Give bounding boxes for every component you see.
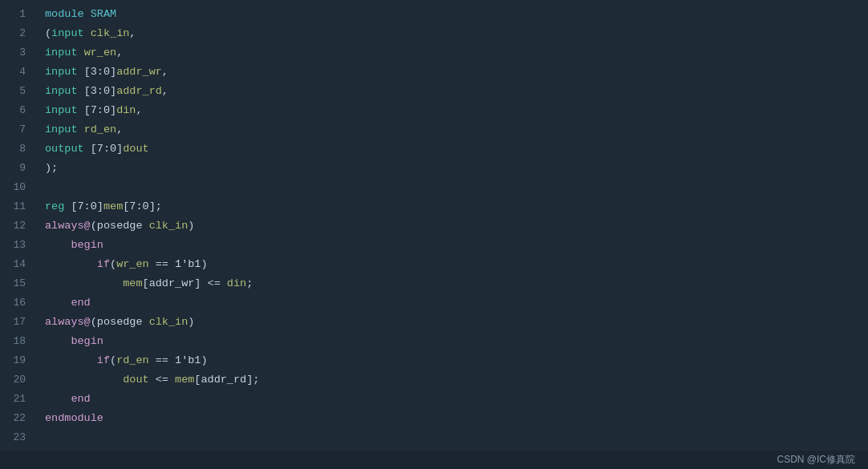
code-line: (input clk_in, (45, 24, 868, 43)
token-signal-rd: rd_en (84, 123, 117, 135)
code-line: always@(posedge clk_in) (45, 313, 868, 332)
token-signal-mem: mem (123, 277, 142, 289)
token-ident (45, 239, 71, 251)
token-ident (45, 258, 97, 270)
code-lines: module SRAM(input clk_in,input wr_en,inp… (34, 3, 868, 447)
token-bracket: [3:0] (84, 66, 117, 78)
token-kw-name: SRAM (91, 8, 116, 20)
token-kw-input: input (45, 46, 78, 59)
code-line: input [3:0]addr_rd, (45, 82, 868, 101)
token-kw-end: end (71, 297, 90, 309)
footer-bar: CSDN @IC修真院 (0, 451, 868, 469)
token-kw-input: input (45, 104, 78, 116)
code-line: reg [7:0]mem[7:0]; (45, 197, 868, 216)
line-number: 6 (0, 101, 26, 120)
line-number: 13 (0, 236, 26, 255)
code-line: end (45, 390, 868, 409)
token-punct: ( (91, 316, 97, 328)
token-punct: ( (91, 220, 97, 232)
code-line: ); (45, 159, 868, 178)
code-line: dout <= mem[addr_rd]; (45, 370, 868, 390)
token-kw-endmodule: endmodule (45, 412, 103, 424)
token-ident (78, 46, 84, 59)
line-number: 15 (0, 274, 26, 293)
code-line: endmodule (45, 409, 868, 428)
token-kw-input: input (45, 85, 78, 97)
token-signal-rd: rd_en (116, 354, 149, 366)
line-number: 8 (0, 139, 26, 159)
token-signal-dout: dout (123, 143, 148, 155)
code-line: if(rd_en == 1'b1) (45, 351, 868, 370)
token-num: 1'b1 (175, 258, 201, 270)
line-number: 4 (0, 63, 26, 82)
line-number: 14 (0, 255, 26, 274)
token-num: 1'b1 (175, 354, 201, 366)
token-ident (45, 277, 123, 289)
token-punct: , (116, 123, 123, 135)
token-punct: ); (45, 162, 58, 174)
code-editor: 1234567891011121314151617181920212223 mo… (0, 0, 868, 469)
token-punct: ( (110, 354, 116, 366)
token-ident (78, 123, 84, 135)
token-kw-if: if (97, 258, 110, 270)
token-op: <= (149, 374, 175, 386)
token-bracket: [addr_rd] (194, 374, 253, 386)
token-signal-wr: wr_en (116, 258, 149, 270)
token-ident: posedge (97, 220, 149, 232)
token-signal-dout: dout (123, 374, 148, 386)
footer-credit: CSDN @IC修真院 (777, 453, 855, 467)
code-line: mem[addr_wr] <= din; (45, 274, 868, 293)
token-op: <= (201, 277, 226, 289)
code-line: end (45, 293, 868, 313)
token-punct: ) (188, 220, 194, 232)
token-ident (84, 143, 91, 155)
token-signal-mem: mem (103, 200, 123, 212)
token-bracket: [7:0] (71, 200, 103, 212)
line-number: 3 (0, 43, 26, 63)
token-bracket: [3:0] (84, 85, 117, 97)
token-kw-output: output (45, 143, 84, 155)
code-line: always@(posedge clk_in) (45, 216, 868, 236)
token-signal-din: din (227, 277, 246, 289)
token-punct: , (129, 27, 136, 39)
code-line: begin (45, 236, 868, 255)
code-line: input [7:0]din, (45, 101, 868, 120)
token-punct: ) (188, 316, 194, 328)
token-signal-din: din (116, 104, 136, 116)
code-body: 1234567891011121314151617181920212223 mo… (0, 0, 868, 451)
line-number: 21 (0, 390, 26, 409)
token-signal-clk: clk_in (149, 220, 189, 232)
token-bracket: [7:0] (91, 143, 124, 155)
token-kw-input: input (45, 66, 78, 78)
token-kw-if: if (97, 354, 110, 366)
line-number: 2 (0, 24, 26, 43)
token-signal-addr: addr_wr (116, 66, 162, 78)
token-kw-module: module (45, 8, 84, 20)
token-ident (45, 354, 97, 366)
line-number: 23 (0, 428, 26, 447)
code-line: module SRAM (45, 5, 868, 24)
token-punct: ( (45, 27, 51, 39)
token-bracket: [7:0] (123, 200, 156, 212)
token-signal-clk: clk_in (149, 316, 189, 328)
token-kw-input: input (45, 123, 78, 135)
token-ident (84, 27, 91, 39)
code-line: input [3:0]addr_wr, (45, 63, 868, 82)
token-bracket: [addr_wr] (143, 277, 201, 289)
token-kw-input: input (51, 27, 84, 39)
token-punct: , (116, 46, 123, 59)
token-punct: , (162, 85, 168, 97)
line-number: 7 (0, 120, 26, 139)
line-number: 10 (0, 178, 26, 197)
line-number: 11 (0, 197, 26, 216)
line-number: 22 (0, 409, 26, 428)
code-line: begin (45, 332, 868, 351)
token-signal-clk: clk_in (91, 27, 130, 39)
line-number: 9 (0, 159, 26, 178)
token-punct: ; (156, 200, 162, 212)
token-op: == (149, 354, 175, 366)
token-punct: ( (110, 258, 116, 270)
line-number: 17 (0, 313, 26, 332)
line-number: 16 (0, 293, 26, 313)
token-ident (45, 297, 71, 309)
